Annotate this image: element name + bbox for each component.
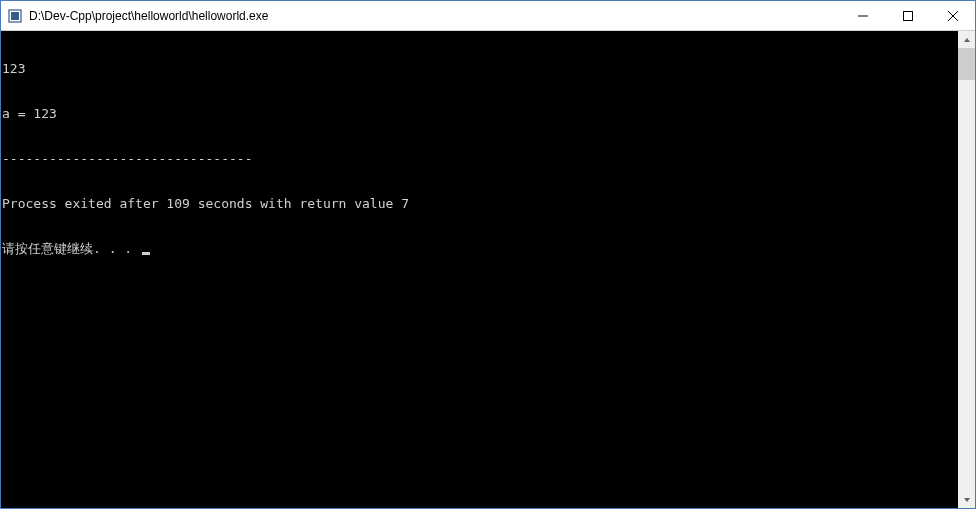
vertical-scrollbar[interactable] <box>958 31 975 508</box>
exit-message: Process exited after 109 seconds with re… <box>2 196 958 211</box>
content-area: 123 a = 123 ----------------------------… <box>1 31 975 508</box>
output-divider: -------------------------------- <box>2 151 958 166</box>
svg-rect-3 <box>903 11 912 20</box>
close-button[interactable] <box>930 1 975 30</box>
scroll-track[interactable] <box>958 48 975 491</box>
window-controls <box>840 1 975 30</box>
scroll-thumb[interactable] <box>958 48 975 80</box>
window-title: D:\Dev-Cpp\project\helloworld\helloworld… <box>29 9 840 23</box>
maximize-button[interactable] <box>885 1 930 30</box>
scroll-up-button[interactable] <box>958 31 975 48</box>
titlebar[interactable]: D:\Dev-Cpp\project\helloworld\helloworld… <box>1 1 975 31</box>
app-icon <box>7 8 23 24</box>
output-line: a = 123 <box>2 106 958 121</box>
console-output[interactable]: 123 a = 123 ----------------------------… <box>1 31 958 508</box>
console-window: D:\Dev-Cpp\project\helloworld\helloworld… <box>0 0 976 509</box>
cursor-icon <box>142 252 150 255</box>
scroll-down-button[interactable] <box>958 491 975 508</box>
svg-rect-1 <box>11 12 19 20</box>
continue-prompt: 请按任意键继续. . . <box>2 241 958 256</box>
output-line: 123 <box>2 61 958 76</box>
minimize-button[interactable] <box>840 1 885 30</box>
